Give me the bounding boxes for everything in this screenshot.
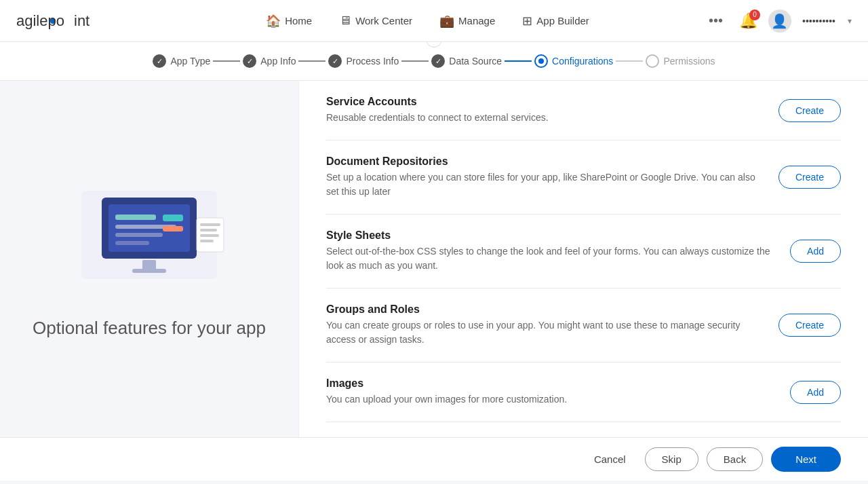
feature-item-images: Images You can upload your own images fo… xyxy=(326,362,841,422)
feature-content-groups-and-roles: Groups and Roles You can create groups o… xyxy=(326,303,765,347)
connector-5 xyxy=(616,60,643,62)
feature-btn-service-accounts[interactable]: Create xyxy=(778,99,841,122)
feature-title-service-accounts: Service Accounts xyxy=(326,96,765,108)
nav-manage[interactable]: 💼 Manage xyxy=(429,8,506,34)
feature-btn-images[interactable]: Add xyxy=(790,381,841,404)
svg-rect-9 xyxy=(115,241,149,245)
feature-title-style-sheets: Style Sheets xyxy=(326,229,776,242)
step-done-icon: ✓ xyxy=(431,54,445,68)
feature-desc-groups-and-roles: You can create groups or roles to use in… xyxy=(326,318,765,347)
feature-title-groups-and-roles: Groups and Roles xyxy=(326,303,765,316)
header: agilepo int 🏠 Home 🖥 Work Center 💼 Manag… xyxy=(0,0,868,42)
feature-desc-document-repositories: Set up a location where you can store fi… xyxy=(326,170,765,199)
step-app-type[interactable]: ✓ App Type xyxy=(153,54,210,68)
nav-app-builder-label: App Builder xyxy=(536,15,589,26)
avatar[interactable]: 👤 xyxy=(768,10,791,33)
nav-app-builder[interactable]: ⊞ App Builder xyxy=(511,8,600,34)
svg-text:int: int xyxy=(74,12,90,29)
user-icon: 👤 xyxy=(771,13,788,29)
step-permissions[interactable]: Permissions xyxy=(646,54,715,68)
feature-desc-service-accounts: Reusable credentials to connect to exter… xyxy=(326,111,765,125)
nav-home[interactable]: 🏠 Home xyxy=(255,8,323,34)
right-panel: Service Accounts Reusable credentials to… xyxy=(298,81,868,437)
svg-text:agilepo: agilepo xyxy=(16,12,64,29)
feature-item-style-sheets: Style Sheets Select out-of-the-box CSS s… xyxy=(326,215,841,288)
step-done-icon: ✓ xyxy=(328,54,342,68)
feature-desc-style-sheets: Select out-of-the-box CSS styles to chan… xyxy=(326,244,776,273)
feature-title-images: Images xyxy=(326,377,776,390)
notification-badge: 0 xyxy=(749,10,760,20)
footer: Cancel Skip Back Next xyxy=(0,437,868,481)
step-app-type-label: App Type xyxy=(170,56,210,67)
monitor-icon: 🖥 xyxy=(339,14,351,28)
feature-content-document-repositories: Document Repositories Set up a location … xyxy=(326,155,765,199)
connector-3 xyxy=(401,60,429,62)
step-app-info-label: App Info xyxy=(260,56,296,67)
feature-desc-images: You can upload your own images for more … xyxy=(326,392,776,407)
feature-btn-groups-and-roles[interactable]: Create xyxy=(778,314,841,337)
feature-item-document-repositories: Document Repositories Set up a location … xyxy=(326,141,841,215)
svg-rect-17 xyxy=(200,234,219,237)
logo-svg: agilepo int xyxy=(16,9,111,33)
home-icon: 🏠 xyxy=(266,14,281,29)
feature-content-images: Images You can upload your own images fo… xyxy=(326,377,776,407)
svg-rect-18 xyxy=(200,240,214,242)
more-button[interactable]: ••• xyxy=(703,10,728,31)
next-button[interactable]: Next xyxy=(771,447,841,472)
back-button[interactable]: Back xyxy=(707,447,763,471)
step-permissions-label: Permissions xyxy=(663,56,715,67)
step-data-source-label: Data Source xyxy=(449,56,502,67)
main-content: Optional features for your app Service A… xyxy=(0,81,868,437)
nav-home-label: Home xyxy=(285,15,312,26)
feature-item-service-accounts: Service Accounts Reusable credentials to… xyxy=(326,81,841,141)
svg-rect-16 xyxy=(200,229,217,231)
stepper: ✓ App Type ✓ App Info ✓ Process Info ✓ D… xyxy=(153,42,715,80)
feature-item-groups-and-roles: Groups and Roles You can create groups o… xyxy=(326,288,841,362)
svg-rect-11 xyxy=(163,226,183,231)
step-app-info[interactable]: ✓ App Info xyxy=(243,54,296,68)
step-done-icon: ✓ xyxy=(153,54,166,68)
step-process-info-label: Process Info xyxy=(346,56,399,67)
feature-title-document-repositories: Document Repositories xyxy=(326,155,765,168)
user-name[interactable]: •••••••••• xyxy=(802,16,835,26)
svg-rect-8 xyxy=(115,233,163,237)
step-data-source[interactable]: ✓ Data Source xyxy=(431,54,502,68)
notifications-button[interactable]: 🔔 0 xyxy=(739,12,757,30)
feature-content-style-sheets: Style Sheets Select out-of-the-box CSS s… xyxy=(326,229,776,273)
skip-button[interactable]: Skip xyxy=(645,447,698,471)
feature-item-javascript: JavaScript You can upload JavaScript fil… xyxy=(326,422,841,437)
main-nav: 🏠 Home 🖥 Work Center 💼 Manage ⊞ App Buil… xyxy=(152,8,703,34)
nav-work-center[interactable]: 🖥 Work Center xyxy=(328,8,423,33)
connector-1 xyxy=(213,60,240,62)
stepper-bar: ▲ ✓ App Type ✓ App Info ✓ Process Info ✓… xyxy=(0,42,868,81)
svg-rect-6 xyxy=(115,215,156,220)
feature-btn-style-sheets[interactable]: Add xyxy=(790,240,841,263)
nav-manage-label: Manage xyxy=(458,15,495,26)
connector-2 xyxy=(298,60,326,62)
feature-content-service-accounts: Service Accounts Reusable credentials to… xyxy=(326,96,765,125)
nav-work-center-label: Work Center xyxy=(355,15,412,26)
step-active-icon xyxy=(534,54,548,68)
left-panel: Optional features for your app xyxy=(0,81,298,437)
feature-btn-document-repositories[interactable]: Create xyxy=(778,166,841,189)
svg-rect-13 xyxy=(132,269,166,273)
grid-icon: ⊞ xyxy=(522,14,532,29)
user-menu-chevron[interactable]: ▾ xyxy=(848,16,852,26)
briefcase-icon: 💼 xyxy=(439,14,454,29)
step-inactive-icon xyxy=(646,54,659,68)
svg-rect-10 xyxy=(163,215,183,221)
left-panel-title: Optional features for your app xyxy=(33,316,266,340)
step-process-info[interactable]: ✓ Process Info xyxy=(328,54,399,68)
step-done-icon: ✓ xyxy=(243,54,256,68)
step-configurations[interactable]: Configurations xyxy=(534,54,613,68)
cancel-button[interactable]: Cancel xyxy=(583,448,637,470)
logo[interactable]: agilepo int xyxy=(16,9,111,33)
step-configurations-label: Configurations xyxy=(552,56,613,67)
connector-4 xyxy=(505,60,532,62)
nav-right: ••• 🔔 0 👤 •••••••••• ▾ xyxy=(703,10,852,33)
illustration xyxy=(61,177,237,299)
svg-rect-15 xyxy=(200,223,220,226)
